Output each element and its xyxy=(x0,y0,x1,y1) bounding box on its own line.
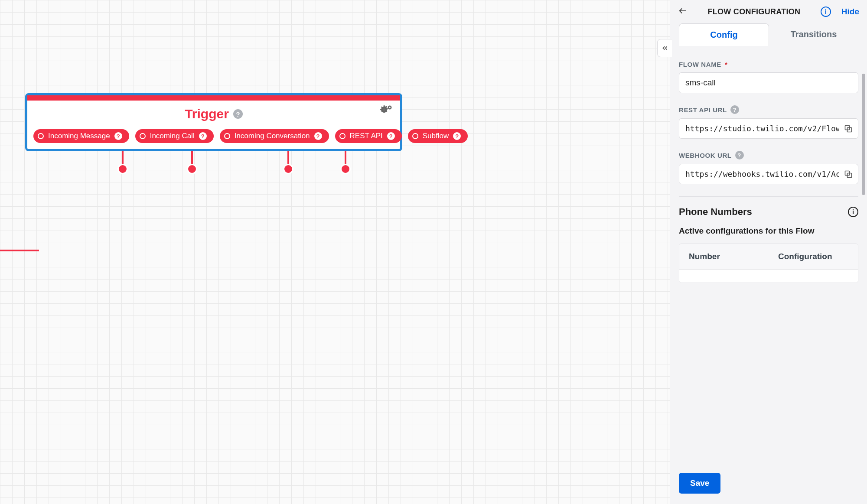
phone-numbers-heading: Phone Numbers xyxy=(679,206,752,218)
panel-body[interactable]: FLOW NAME * REST API URL ? https://studi… xyxy=(670,46,867,466)
trigger-node[interactable]: Trigger ? Incoming Message ? Incomin xyxy=(25,93,402,151)
help-icon[interactable]: ? xyxy=(735,151,744,159)
output-incoming-conversation[interactable]: Incoming Conversation ? xyxy=(220,129,329,143)
connector-ring-icon xyxy=(224,133,230,139)
help-icon[interactable]: ? xyxy=(199,132,207,140)
settings-icon[interactable] xyxy=(379,105,392,118)
tab-config[interactable]: Config xyxy=(679,23,769,46)
output-label: Incoming Conversation xyxy=(235,132,310,140)
copy-rest-api-button[interactable] xyxy=(839,124,858,133)
svg-point-1 xyxy=(389,107,391,108)
rest-api-url-label: REST API URL ? xyxy=(679,105,858,114)
active-config-heading: Active configurations for this Flow xyxy=(679,226,858,236)
save-button[interactable]: Save xyxy=(679,473,720,494)
config-panel: FLOW CONFIGURATION i Hide Config Transit… xyxy=(670,0,867,504)
col-number: Number xyxy=(679,244,769,269)
hide-panel-button[interactable]: Hide xyxy=(841,7,859,16)
output-label: Incoming Call xyxy=(150,132,195,140)
output-label: REST API xyxy=(350,132,383,140)
table-body xyxy=(679,270,858,283)
output-subflow[interactable]: Subflow ? xyxy=(408,129,468,143)
info-icon[interactable]: i xyxy=(821,7,831,17)
node-accent-bar xyxy=(27,95,400,101)
rest-api-url-value: https://studio.twilio.com/v2/Flows xyxy=(679,119,839,138)
connector-path xyxy=(0,147,39,251)
back-button[interactable] xyxy=(678,6,688,17)
output-incoming-call[interactable]: Incoming Call ? xyxy=(135,129,214,143)
connector-ring-icon xyxy=(412,133,418,139)
panel-tabs: Config Transitions xyxy=(670,23,867,46)
collapse-panel-button[interactable] xyxy=(657,39,672,57)
output-rest-api[interactable]: REST API ? xyxy=(335,129,402,143)
output-label: Subflow xyxy=(423,132,449,140)
help-icon[interactable]: ? xyxy=(314,132,322,140)
flow-name-label: FLOW NAME * xyxy=(679,61,858,68)
help-icon[interactable]: ? xyxy=(233,109,243,119)
help-icon[interactable]: ? xyxy=(114,132,122,140)
col-configuration: Configuration xyxy=(769,244,858,269)
connector-endpoint[interactable] xyxy=(117,164,128,174)
scrollbar[interactable] xyxy=(862,74,865,195)
connector-ring-icon xyxy=(38,133,44,139)
rest-api-url-field: https://studio.twilio.com/v2/Flows xyxy=(679,118,858,139)
output-incoming-message[interactable]: Incoming Message ? xyxy=(33,129,129,143)
webhook-url-label: WEBHOOK URL ? xyxy=(679,151,858,159)
required-indicator: * xyxy=(725,61,727,68)
trigger-outputs: Incoming Message ? Incoming Call ? Incom… xyxy=(27,129,400,149)
trigger-title: Trigger xyxy=(185,107,229,121)
help-icon[interactable]: ? xyxy=(387,132,395,140)
flow-canvas[interactable]: Trigger ? Incoming Message ? Incomin xyxy=(0,0,670,504)
divider xyxy=(679,196,858,197)
table-header: Number Configuration xyxy=(679,244,858,270)
help-icon[interactable]: ? xyxy=(453,132,461,140)
help-icon[interactable]: ? xyxy=(730,105,739,114)
info-icon[interactable]: i xyxy=(848,207,858,217)
connector-endpoint[interactable] xyxy=(187,164,197,174)
output-label: Incoming Message xyxy=(48,132,110,140)
connector-ring-icon xyxy=(140,133,146,139)
connector-ring-icon xyxy=(339,133,345,139)
panel-title: FLOW CONFIGURATION xyxy=(692,7,816,17)
copy-webhook-button[interactable] xyxy=(839,170,858,179)
tab-transitions[interactable]: Transitions xyxy=(769,23,858,46)
flow-name-input[interactable] xyxy=(679,72,858,93)
connector-endpoint[interactable] xyxy=(340,164,351,174)
webhook-url-field: https://webhooks.twilio.com/v1/Acc xyxy=(679,164,858,184)
connector-endpoint[interactable] xyxy=(283,164,293,174)
webhook-url-value: https://webhooks.twilio.com/v1/Acc xyxy=(679,164,839,184)
phone-config-table: Number Configuration xyxy=(679,244,858,283)
